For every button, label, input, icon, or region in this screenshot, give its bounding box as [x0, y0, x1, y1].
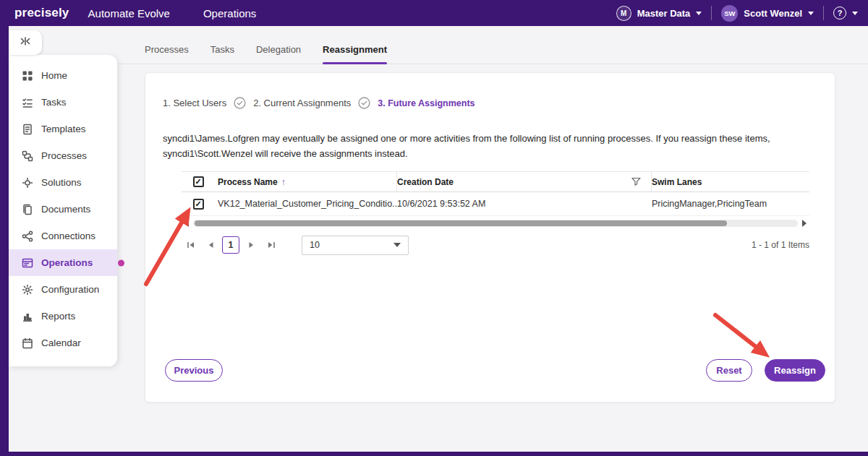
sidebar-item-label: Processes	[41, 150, 87, 161]
sidebar-item-solutions[interactable]: Solutions	[9, 169, 117, 196]
row-select-cell	[182, 199, 215, 210]
row-checkbox[interactable]	[193, 199, 204, 210]
topbar-right: M Master Data SW Scott Wenzel ?	[616, 5, 858, 22]
collapse-sidebar-icon	[20, 35, 31, 50]
tab-bar: Processes Tasks Delegation Reassignment	[117, 37, 868, 64]
sidebar-item-reports[interactable]: Reports	[9, 303, 117, 330]
column-header-swim-lanes[interactable]: Swim Lanes	[652, 177, 809, 187]
sidebar-item-calendar[interactable]: Calendar	[9, 330, 117, 356]
sidebar-item-label: Solutions	[41, 177, 82, 188]
sidebar-item-label: Connections	[41, 231, 95, 241]
page-size-value: 10	[310, 240, 320, 250]
topbar-section-title: Operations	[203, 7, 256, 20]
app-window: precisely Automate Evolve Operations M M…	[0, 0, 868, 456]
last-page-button[interactable]	[263, 236, 280, 254]
tab-processes[interactable]: Processes	[145, 44, 189, 64]
tab-reassignment[interactable]: Reassignment	[323, 44, 387, 64]
sidebar-item-label: Configuration	[41, 284, 99, 295]
pagination-bar: 1 10 1 - 1 of 1 Items	[182, 235, 809, 255]
previous-page-button[interactable]	[202, 236, 219, 254]
master-data-label: Master Data	[637, 8, 691, 19]
sidebar-collapse-button[interactable]	[9, 30, 42, 55]
sidebar-item-documents[interactable]: Documents	[9, 196, 117, 223]
wizard-step-current-assignments[interactable]: 2. Current Assignments	[253, 98, 351, 108]
master-data-avatar: M	[616, 6, 631, 21]
table-header-row: Process Name Creation Date Swim Lanes	[182, 171, 809, 192]
home-icon	[22, 70, 33, 82]
sidebar-item-templates[interactable]: Templates	[9, 116, 117, 142]
reassignment-description: syncdi1\James.Lofgren may eventually be …	[163, 131, 819, 162]
sidebar-item-label: Reports	[41, 311, 75, 322]
future-assignments-table: Process Name Creation Date Swim Lanes VK…	[182, 171, 809, 255]
chevron-down-icon	[696, 12, 702, 15]
column-header-process-name[interactable]: Process Name	[215, 172, 397, 192]
chevron-down-icon	[808, 12, 814, 15]
tasks-icon	[22, 97, 33, 108]
filter-icon[interactable]	[631, 177, 641, 186]
sidebar-item-label: Templates	[41, 124, 86, 134]
sidebar-item-label: Operations	[41, 257, 93, 268]
previous-page-icon	[206, 240, 216, 250]
scroll-left-icon	[184, 220, 189, 227]
process-name-cell: VK12_Material_Customer_Pricing_Conditio.…	[215, 199, 397, 209]
user-menu[interactable]: SW Scott Wenzel	[721, 5, 814, 22]
first-page-button[interactable]	[182, 236, 199, 254]
last-page-icon	[267, 240, 276, 250]
tab-tasks[interactable]: Tasks	[210, 44, 234, 64]
chevron-down-icon	[852, 12, 858, 15]
sort-ascending-icon	[281, 177, 286, 187]
sidebar: Home Tasks Templates Processes Solutions…	[9, 55, 117, 366]
templates-icon	[22, 124, 33, 135]
horizontal-scrollbar-track[interactable]	[193, 220, 798, 227]
left-frame	[0, 26, 9, 452]
tab-delegation[interactable]: Delegation	[256, 44, 301, 64]
first-page-icon	[186, 240, 195, 250]
connections-icon	[22, 231, 33, 242]
select-all-checkbox[interactable]	[193, 176, 204, 187]
table-row: VK12_Material_Customer_Pricing_Conditio.…	[182, 192, 809, 216]
scroll-right-button[interactable]	[799, 219, 809, 228]
sidebar-item-tasks[interactable]: Tasks	[9, 89, 117, 116]
column-header-creation-date[interactable]: Creation Date	[397, 172, 652, 192]
horizontal-scrollbar	[182, 219, 809, 228]
next-page-button[interactable]	[242, 236, 260, 254]
page-size-dropdown[interactable]: 10	[302, 236, 409, 255]
sidebar-item-processes[interactable]: Processes	[9, 142, 117, 169]
configuration-icon	[22, 284, 33, 296]
documents-icon	[22, 204, 33, 215]
solutions-icon	[22, 177, 33, 189]
sidebar-item-connections[interactable]: Connections	[9, 223, 117, 249]
sidebar-item-label: Calendar	[41, 337, 81, 348]
wizard-step-select-users[interactable]: 1. Select Users	[163, 98, 226, 108]
scroll-right-icon	[802, 220, 807, 227]
sidebar-item-label: Home	[41, 70, 67, 81]
topbar-divider	[711, 6, 712, 20]
sidebar-item-operations[interactable]: Operations	[9, 249, 117, 276]
scroll-left-button[interactable]	[182, 219, 192, 228]
wizard-steps: 1. Select Users 2. Current Assignments 3…	[163, 97, 475, 109]
sidebar-item-label: Tasks	[41, 97, 67, 108]
help-menu[interactable]: ?	[833, 7, 858, 20]
horizontal-scrollbar-thumb[interactable]	[195, 220, 727, 226]
creation-date-cell: 10/6/2021 9:53:52 AM	[397, 199, 652, 209]
operations-icon	[22, 257, 33, 269]
sidebar-item-configuration[interactable]: Configuration	[9, 276, 117, 303]
reset-button[interactable]: Reset	[706, 359, 752, 382]
sidebar-item-home[interactable]: Home	[9, 62, 117, 89]
wizard-step-future-assignments[interactable]: 3. Future Assignments	[378, 98, 475, 108]
sidebar-item-label: Documents	[41, 204, 90, 215]
pagination-range-label: 1 - 1 of 1 Items	[752, 240, 809, 250]
topbar-divider	[823, 6, 824, 20]
user-avatar: SW	[721, 5, 738, 22]
previous-button[interactable]: Previous	[165, 359, 223, 382]
reassignment-card: 1. Select Users 2. Current Assignments 3…	[145, 72, 835, 403]
master-data-menu[interactable]: M Master Data	[616, 6, 702, 21]
current-page-button[interactable]: 1	[222, 236, 239, 254]
processes-icon	[22, 150, 33, 162]
precisely-logo: precisely	[14, 6, 69, 20]
topbar: precisely Automate Evolve Operations M M…	[0, 0, 868, 26]
annotation-dot	[118, 260, 124, 267]
bottom-frame	[0, 452, 868, 456]
help-icon: ?	[833, 7, 846, 20]
reassign-button[interactable]: Reassign	[765, 359, 825, 382]
